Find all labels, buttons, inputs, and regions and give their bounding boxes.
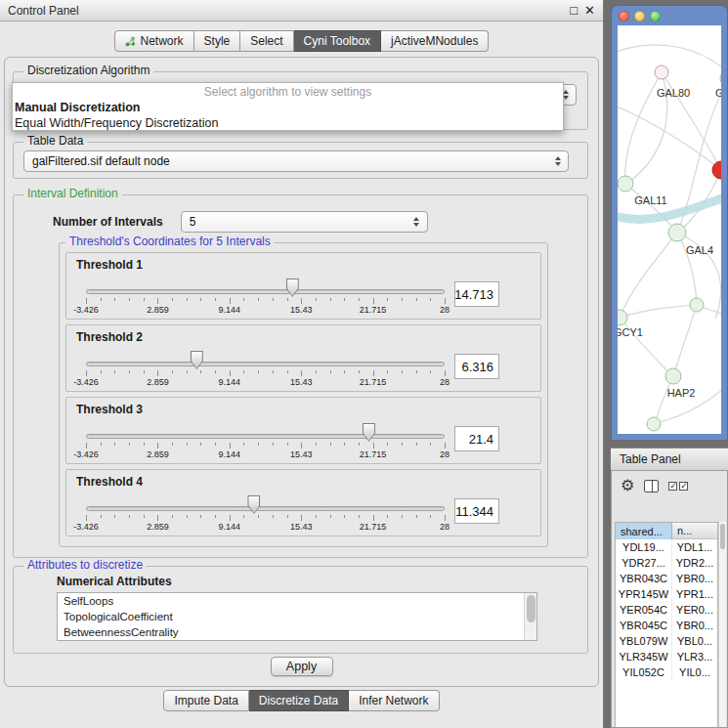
node-attribute-table[interactable]: shared... n... YDL19...YDL1...YDR27...YD…: [615, 522, 718, 727]
checked-box-icon: [679, 482, 688, 491]
network-node[interactable]: [655, 65, 668, 79]
network-node[interactable]: [665, 368, 681, 384]
tab-label: jActiveMNodules: [391, 34, 478, 48]
dropdown-prompt: Select algorithm to view settings: [13, 84, 563, 100]
checkbox-icons[interactable]: [668, 482, 688, 491]
threshold-2-value-field[interactable]: 6.316: [454, 354, 499, 379]
threshold-4-slider[interactable]: -3.4262.8599.14415.4321.71528: [86, 491, 445, 532]
table-row[interactable]: YDR27...YDR2...: [616, 555, 717, 571]
number-of-intervals-combobox[interactable]: 5: [181, 211, 428, 233]
close-icon[interactable]: ✕: [584, 4, 595, 17]
table-row[interactable]: YBR045CYBR0...: [616, 618, 717, 633]
dropdown-option-manual-discretization[interactable]: Manual Discretization: [13, 100, 563, 115]
combo-stepper-icon: [550, 156, 565, 166]
network-view-window: GAL80GAGAL11GAL4GCY1HHAP2: [611, 5, 728, 440]
network-node[interactable]: [647, 417, 661, 431]
network-edge: [674, 305, 697, 374]
table-data-combobox[interactable]: galFiltered.sif default node: [23, 150, 569, 172]
threshold-3-slider[interactable]: -3.4262.8599.14415.4321.71528: [86, 418, 445, 459]
tab-impute-data[interactable]: Impute Data: [163, 690, 248, 711]
table-data-value: galFiltered.sif default node: [32, 154, 550, 168]
table-cell: YBR043C: [616, 571, 672, 586]
tab-label: Discretize Data: [259, 694, 338, 707]
table-row[interactable]: YLR345WYLR3...: [616, 649, 717, 664]
bottom-tab-bar: Impute DataDiscretize DataInfer Network: [0, 690, 603, 711]
table-cell: YER054C: [616, 602, 672, 618]
slider-track: [86, 362, 445, 366]
threshold-1-slider[interactable]: -3.4262.8599.14415.4321.71528: [86, 274, 445, 315]
attributes-group-title: Attributes to discretize: [23, 558, 147, 573]
table-row[interactable]: YDL19...YDL1...: [616, 539, 717, 555]
slider-thumb-icon[interactable]: [286, 278, 299, 297]
apply-button[interactable]: Apply: [271, 657, 333, 676]
slider-thumb-icon[interactable]: [363, 423, 375, 442]
minimize-traffic-light-icon[interactable]: [634, 11, 645, 21]
table-cell: YBL0...: [672, 633, 717, 649]
table-scrollbar[interactable]: [718, 522, 726, 727]
network-node[interactable]: [690, 298, 704, 312]
threshold-3-value-field[interactable]: 21.4: [454, 426, 499, 451]
list-item[interactable]: TopologicalCoefficient: [58, 609, 524, 624]
numerical-attributes-list[interactable]: SelfLoopsTopologicalCoefficientBetweenne…: [57, 592, 537, 641]
zoom-traffic-light-icon[interactable]: [650, 11, 661, 21]
table-row[interactable]: YPR145WYPR1...: [616, 586, 717, 602]
threshold-4-label: Threshold 4: [76, 475, 533, 489]
threshold-2-label: Threshold 2: [76, 330, 533, 344]
network-edge: [620, 305, 697, 318]
tab-network[interactable]: Network: [114, 30, 194, 52]
tab-jactivemnodules[interactable]: jActiveMNodules: [381, 30, 489, 52]
slider-track: [86, 434, 445, 439]
control-panel-window: Control Panel □ ✕ NetworkStyleSelectCyni…: [0, 0, 604, 728]
slider-thumb-icon[interactable]: [247, 495, 260, 514]
interval-definition-group: Interval Definition Number of Intervals …: [13, 194, 588, 558]
tab-select[interactable]: Select: [240, 30, 293, 52]
tab-cyni-toolbox[interactable]: Cyni Toolbox: [294, 30, 381, 52]
slider-thumb-icon[interactable]: [191, 351, 203, 369]
network-node-label: GCY1: [618, 326, 643, 338]
network-node[interactable]: [720, 70, 721, 86]
table-cell: YPR1...: [672, 586, 717, 602]
list-item[interactable]: SelfLoops: [58, 593, 524, 609]
list-item[interactable]: BetweennessCentrality: [58, 624, 524, 640]
table-row[interactable]: YBL079WYBL0...: [616, 633, 717, 649]
list-scrollbar[interactable]: [524, 593, 536, 640]
table-cell: YDR2...: [672, 555, 717, 571]
table-cell: YPR145W: [616, 586, 672, 602]
table-data-group: Table Data galFiltered.sif default node: [13, 142, 588, 179]
threshold-1-label: Threshold 1: [76, 258, 533, 272]
column-header-shared-name[interactable]: shared...: [616, 523, 672, 539]
network-node[interactable]: [618, 176, 633, 192]
right-column: GAL80GAGAL11GAL4GCY1HHAP2 Table Panel ⚙ …: [611, 0, 728, 728]
control-panel-titlebar: Control Panel □ ✕: [0, 0, 603, 21]
columns-icon[interactable]: [644, 480, 659, 492]
attributes-group: Attributes to discretize Numerical Attri…: [13, 566, 588, 654]
network-node[interactable]: [618, 310, 627, 325]
dropdown-option-equal-width-frequency[interactable]: Equal Width/Frequency Discretization: [13, 115, 563, 131]
network-canvas[interactable]: GAL80GAGAL11GAL4GCY1HHAP2: [618, 25, 721, 434]
tab-discretize-data[interactable]: Discretize Data: [249, 690, 349, 711]
table-panel-header: Table Panel: [611, 448, 728, 471]
table-row[interactable]: YBR043CYBR0...: [616, 571, 717, 586]
tab-infer-network[interactable]: Infer Network: [349, 690, 439, 711]
threshold-1-box: Threshold 1 -3.4262.8599.14415.4321.7152…: [65, 252, 541, 320]
gear-icon[interactable]: ⚙: [621, 478, 634, 493]
table-row[interactable]: YIL052CYIL0...: [616, 664, 717, 680]
algorithm-dropdown-popup: Select algorithm to view settings Manual…: [12, 82, 564, 131]
tab-style[interactable]: Style: [194, 30, 241, 52]
table-row[interactable]: YER054CYER0...: [616, 602, 717, 618]
close-traffic-light-icon[interactable]: [619, 11, 629, 21]
float-window-icon[interactable]: □: [570, 4, 578, 17]
network-node[interactable]: [668, 224, 686, 241]
network-window-titlebar[interactable]: [612, 6, 727, 25]
threshold-1-value-field[interactable]: 14.713: [454, 281, 499, 307]
number-of-intervals-row: Number of Intervals 5: [53, 211, 428, 233]
discretization-algorithm-group-title: Discretization Algorithm: [23, 64, 153, 78]
table-cell: YLR3...: [672, 649, 717, 664]
scrollbar-thumb[interactable]: [720, 524, 725, 549]
scrollbar-thumb[interactable]: [527, 595, 535, 622]
threshold-2-slider[interactable]: -3.4262.8599.14415.4321.71528: [86, 346, 445, 387]
column-header-name[interactable]: n...: [672, 523, 717, 539]
thresholds-group: Threshold's Coordinates for 5 Intervals …: [59, 242, 548, 547]
table-cell: YDL1...: [672, 539, 717, 555]
threshold-4-value-field[interactable]: 11.344: [454, 498, 499, 524]
